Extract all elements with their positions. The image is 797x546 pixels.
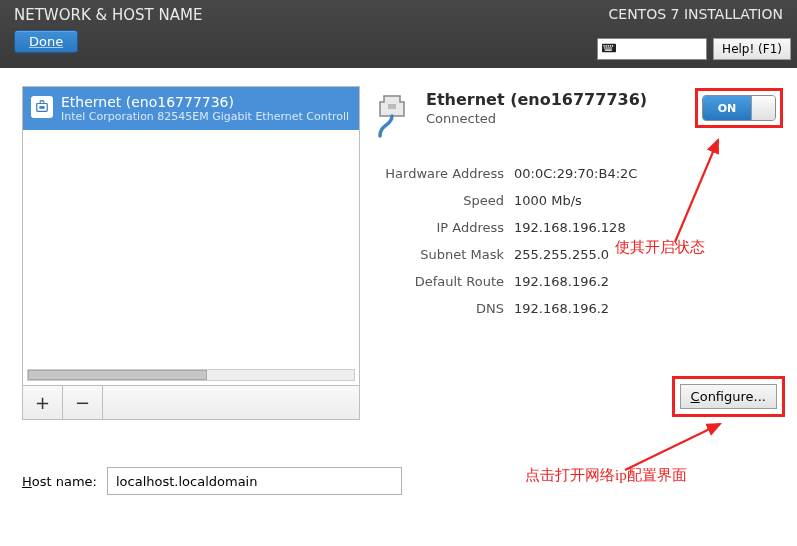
done-button[interactable]: Done [14, 30, 78, 53]
detail-value: 00:0C:29:70:B4:2C [514, 166, 637, 181]
hostname-label: Host name: [22, 474, 97, 489]
toggle-knob [751, 96, 775, 120]
svg-rect-6 [604, 47, 605, 48]
detail-label: Hardware Address [374, 166, 504, 181]
ethernet-plug-icon [374, 90, 414, 142]
svg-rect-13 [388, 104, 396, 109]
annotation-arrow-configure [620, 418, 730, 478]
remove-nic-button[interactable]: − [63, 386, 103, 419]
help-button[interactable]: Help! (F1) [713, 38, 791, 60]
svg-rect-12 [39, 106, 44, 109]
detail-label: IP Address [374, 220, 504, 235]
nic-list-item[interactable]: Ethernet (eno16777736) Intel Corporation… [23, 87, 359, 130]
scrollbar-thumb[interactable] [28, 370, 207, 380]
svg-rect-3 [608, 45, 609, 46]
add-nic-button[interactable]: + [23, 386, 63, 419]
page-title: NETWORK & HOST NAME [14, 6, 202, 24]
annotation-configure-hint: 点击打开网络ip配置界面 [525, 466, 687, 485]
svg-rect-8 [608, 47, 609, 48]
detail-label: Default Route [374, 274, 504, 289]
svg-rect-2 [606, 45, 607, 46]
svg-rect-10 [605, 49, 612, 50]
toolbar-spacer [103, 386, 359, 419]
nic-item-name: Ethernet (eno16777736) [61, 94, 349, 110]
connection-toggle[interactable]: ON [702, 95, 776, 121]
detail-label: Speed [374, 193, 504, 208]
nic-item-desc: Intel Corporation 82545EM Gigabit Ethern… [61, 110, 349, 123]
connection-status: Connected [426, 111, 683, 126]
annotation-box-configure: Configure... [672, 376, 785, 417]
ethernet-icon [31, 96, 53, 118]
hostname-input[interactable] [107, 467, 402, 495]
keyboard-icon [602, 42, 616, 56]
svg-rect-7 [606, 47, 607, 48]
connection-details: Hardware Address00:0C:29:70:B4:2C Speed1… [374, 160, 783, 322]
detail-label: DNS [374, 301, 504, 316]
connection-name: Ethernet (eno16777736) [426, 90, 683, 109]
nic-list: Ethernet (eno16777736) Intel Corporation… [22, 86, 360, 386]
toggle-on-label: ON [703, 96, 751, 120]
keyboard-layout-value: us [622, 42, 636, 56]
detail-label: Subnet Mask [374, 247, 504, 262]
detail-value: 1000 Mb/s [514, 193, 582, 208]
keyboard-layout-selector[interactable]: us [597, 38, 707, 60]
configure-button[interactable]: Configure... [680, 384, 777, 409]
detail-value: 192.168.196.2 [514, 301, 609, 316]
detail-value: 192.168.196.128 [514, 220, 626, 235]
horizontal-scrollbar[interactable] [27, 369, 355, 381]
svg-rect-4 [610, 45, 611, 46]
svg-rect-5 [612, 45, 613, 46]
installer-title: CENTOS 7 INSTALLATION [609, 6, 783, 22]
svg-rect-9 [611, 47, 612, 48]
detail-value: 192.168.196.2 [514, 274, 609, 289]
detail-value: 255.255.255.0 [514, 247, 609, 262]
svg-rect-1 [604, 45, 605, 46]
annotation-box-toggle: ON [695, 88, 783, 128]
